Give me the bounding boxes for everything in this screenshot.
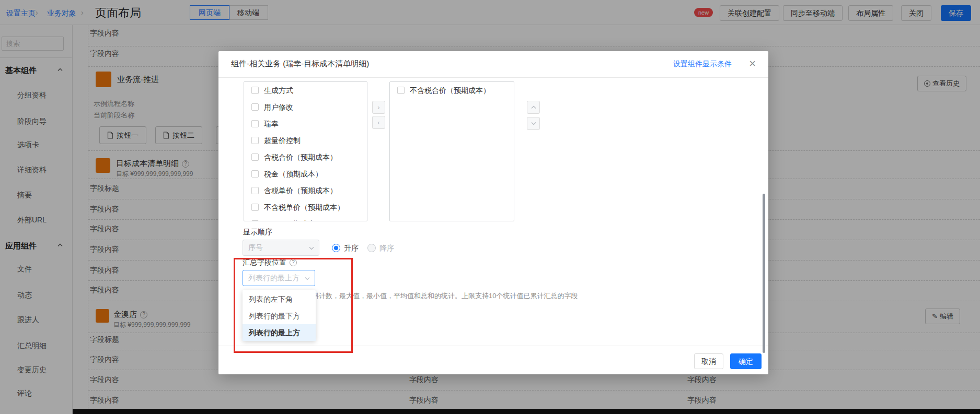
field-option-label: 税金（预期成本） [264, 170, 322, 178]
field-option-label: 不含税单价（预期成本） [264, 203, 344, 211]
list-item: 不含税合价（预期成本） [390, 82, 514, 99]
list-item: 生成方式 [244, 82, 367, 99]
move-down-button[interactable] [527, 117, 540, 130]
field-option-label: 超量价控制 [264, 136, 301, 145]
field-option-label: 含税单价（预期成本） [264, 186, 337, 195]
chevron-down-icon [309, 246, 314, 250]
list-item: 超量价控制 [244, 132, 367, 149]
checkbox[interactable] [397, 87, 405, 94]
checkbox[interactable] [251, 87, 259, 94]
summary-position-label: 汇总字段位置? [243, 258, 297, 267]
modal-scrollbar[interactable] [763, 194, 765, 353]
field-option-label: 瑞幸 [264, 120, 279, 128]
checkbox[interactable] [251, 120, 259, 127]
summary-position-select[interactable]: 列表行的最上方 [243, 270, 315, 286]
field-option-label: 含税合价（预期成本） [264, 153, 337, 161]
dialog-title: 组件-相关业务 (瑞幸-目标成本清单明细) [231, 59, 369, 69]
summary-position-menu: 列表的左下角 列表行的最下方 列表行的最上方 [243, 290, 316, 341]
divider [218, 77, 768, 78]
select-value: 序号 [248, 243, 263, 252]
list-item: 数量（预期成本） [244, 216, 367, 221]
list-item: 税金（预期成本） [244, 165, 367, 182]
checkbox[interactable] [251, 137, 259, 144]
checkbox[interactable] [251, 187, 259, 194]
ascending-radio[interactable] [332, 244, 340, 252]
menu-option-row-bottom[interactable]: 列表行的最下方 [243, 307, 316, 324]
summary-helper-text: 料计数，最大值，最小值，平均值和总和的统计。上限支持10个统计值已累计汇总的字段 [312, 291, 605, 301]
menu-option-bottom-left[interactable]: 列表的左下角 [243, 291, 316, 307]
field-option-label: 生成方式 [264, 86, 293, 94]
checkbox[interactable] [251, 153, 259, 161]
set-display-condition-link[interactable]: 设置组件显示条件 [673, 60, 732, 69]
descending-radio[interactable] [367, 244, 376, 252]
move-left-button[interactable]: ‹ [372, 116, 385, 129]
field-option-label: 用户修改 [264, 103, 293, 111]
page-layout-editor: 设置主页 › 业务对象 › 页面布局 网页端 移动端 new 关联创建配置 同步… [0, 0, 980, 414]
ascending-label[interactable]: 升序 [344, 244, 359, 253]
list-item: 不含税单价（预期成本） [244, 199, 367, 216]
list-item: 含税单价（预期成本） [244, 182, 367, 199]
chevron-down-icon [305, 277, 310, 280]
confirm-button[interactable]: 确定 [730, 353, 762, 369]
close-icon[interactable]: × [749, 56, 756, 71]
available-fields-list: 生成方式 用户修改 瑞幸 超量价控制 含税合价（预期成本） 税金（预期成本） 含… [244, 81, 367, 221]
related-business-component-dialog: 组件-相关业务 (瑞幸-目标成本清单明细) 设置组件显示条件 × 生成方式 用户… [218, 51, 768, 374]
checkbox[interactable] [251, 204, 259, 211]
menu-option-row-top[interactable]: 列表行的最上方 [243, 324, 316, 341]
move-right-button[interactable]: › [372, 101, 385, 114]
checkbox[interactable] [251, 170, 259, 178]
list-item: 瑞幸 [244, 115, 367, 132]
move-up-button[interactable] [527, 101, 540, 114]
display-order-label: 显示顺序 [243, 228, 272, 237]
label-text: 汇总字段位置 [243, 258, 286, 266]
help-icon: ? [290, 259, 297, 266]
cancel-button[interactable]: 取消 [694, 353, 723, 369]
select-value: 列表行的最上方 [248, 274, 299, 282]
divider [218, 346, 768, 346]
field-option-label: 不含税合价（预期成本） [410, 86, 490, 94]
list-item: 含税合价（预期成本） [244, 149, 367, 165]
checkbox[interactable] [251, 103, 259, 111]
checkbox[interactable] [251, 220, 259, 221]
order-field-select[interactable]: 序号 [243, 240, 319, 256]
selected-fields-list: 不含税合价（预期成本） [389, 81, 514, 221]
field-option-label: 数量（预期成本） [264, 220, 322, 221]
descending-label[interactable]: 降序 [379, 244, 394, 253]
list-item: 用户修改 [244, 99, 367, 115]
